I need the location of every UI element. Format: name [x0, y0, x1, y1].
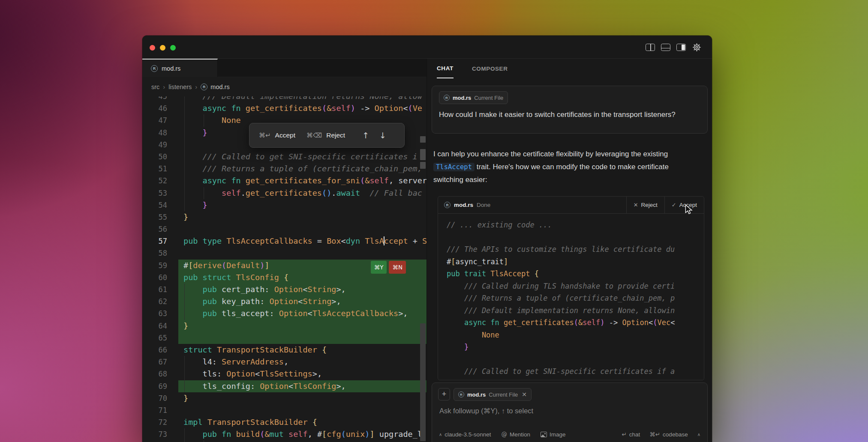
settings-gear-icon[interactable]	[692, 42, 702, 52]
input-context-chip[interactable]: R mod.rs Current File ✕	[454, 388, 532, 401]
chevron-right-icon: ›	[163, 83, 165, 90]
line-number: 71	[142, 404, 167, 416]
maximize-window-button[interactable]	[170, 45, 176, 51]
code-block-filename: mod.rs	[454, 202, 473, 208]
line-number: 53	[142, 187, 167, 199]
rust-file-icon: R	[444, 95, 450, 101]
code-line: async fn get_certificates(&self) -> Opti…	[438, 317, 704, 329]
chevron-up-icon: ∧	[439, 432, 442, 437]
image-button[interactable]: Image	[541, 431, 566, 438]
submit-chat-button[interactable]: ↵ chat	[622, 431, 640, 438]
line-number: 68	[142, 368, 167, 380]
code-line: 51 /// Returns a tuple of (certificate_c…	[142, 163, 426, 175]
x-icon: ✕	[634, 202, 638, 208]
toggle-right-sidebar-icon[interactable]	[676, 44, 686, 51]
add-context-button[interactable]: +	[438, 388, 450, 400]
user-message-card: R mod.rs Current File How could I make i…	[432, 86, 708, 134]
scrollbar-mark	[420, 136, 426, 143]
image-icon	[541, 432, 547, 437]
inline-code-tlsaccept: TlsAccept	[433, 163, 475, 171]
expand-actions-button[interactable]: ∧	[697, 432, 700, 437]
reject-diff-button[interactable]: ✕ Reject	[626, 197, 664, 213]
code-line: 55}	[142, 211, 426, 223]
next-diff-arrow-icon[interactable]: ↓	[379, 131, 386, 140]
chat-input[interactable]: Ask followup (⌘Y), ↑ to select	[439, 407, 533, 415]
model-selector[interactable]: ∧ claude-3.5-sonnet	[439, 431, 491, 438]
line-number: 54	[142, 199, 167, 211]
submit-codebase-button[interactable]: ⌘↵ codebase	[649, 431, 688, 438]
code-line: }	[438, 341, 704, 353]
line-number: 49	[142, 139, 167, 151]
tab-composer[interactable]: COMPOSER	[472, 59, 508, 78]
accept-button[interactable]: Accept	[275, 131, 295, 139]
chat-panel: CHAT COMPOSER R mod.rs Current File How …	[426, 59, 712, 442]
scrollbar-thumb[interactable]	[420, 323, 426, 441]
toggle-panel-icon[interactable]	[661, 44, 670, 51]
code-line: /// Called to get SNI-specific certifica…	[438, 365, 704, 378]
code-block-status: Done	[477, 202, 490, 208]
breadcrumb[interactable]: src › listeners › R mod.rs	[142, 77, 426, 96]
breadcrumb-listeners[interactable]: listeners	[168, 84, 192, 90]
code-editor[interactable]: 45 /// Default implementation returns No…	[142, 96, 426, 442]
rust-file-icon: R	[201, 84, 207, 90]
user-message-text: How could I make it easier to switch cer…	[439, 108, 689, 121]
line-number: 69	[142, 380, 167, 392]
close-window-button[interactable]	[150, 45, 155, 51]
code-line: pub trait TlsAccept {	[438, 268, 704, 280]
tab-mod-rs[interactable]: R mod.rs	[142, 59, 218, 77]
reject-diff-badge[interactable]: ⌘N	[389, 261, 406, 274]
code-line: 53 self.get_certificates().await // Fall…	[142, 187, 426, 199]
remove-context-icon[interactable]: ✕	[522, 391, 527, 398]
code-line: /// The APIs to customize things like ce…	[438, 243, 704, 256]
line-number: 46	[142, 102, 167, 114]
app-window: R mod.rs src › listeners › R mod.rs 45 /…	[142, 36, 712, 442]
breadcrumb-file[interactable]: R mod.rs	[201, 84, 229, 90]
cmd-enter-keys-icon: ⌘↵	[649, 431, 660, 438]
inline-diff-widget: ⌘↵ Accept ⌘⌫ Reject ↑ ↓	[249, 123, 405, 148]
code-line: 45 /// Default implementation returns No…	[142, 96, 426, 102]
rust-file-icon: R	[151, 65, 158, 72]
code-line: 74 TransportStack {	[142, 440, 426, 442]
line-number: 63	[142, 308, 167, 320]
context-chip-current-file[interactable]: R mod.rs Current File	[439, 91, 508, 104]
line-number: 51	[142, 163, 167, 175]
line-number: 58	[142, 247, 167, 259]
code-line: 73 pub fn build(&mut self, #[cfg(unix)] …	[142, 428, 426, 440]
traffic-lights	[150, 45, 176, 51]
scrollbar-mark	[420, 162, 426, 169]
code-line: 54 }	[142, 199, 426, 211]
at-icon: @	[501, 431, 507, 438]
line-number: 64	[142, 320, 167, 332]
tab-label: mod.rs	[162, 65, 180, 72]
mention-button[interactable]: @ Mention	[501, 431, 530, 438]
minimize-window-button[interactable]	[160, 45, 165, 51]
line-number: 74	[142, 440, 167, 442]
rust-file-icon: R	[444, 202, 451, 208]
code-block-content: // ... existing code .../// The APIs to …	[438, 214, 704, 378]
code-line: 68 tls: Option<TlsSettings>,	[142, 368, 426, 380]
cmd-enter-keys: ⌘↵	[259, 131, 271, 139]
line-number: 61	[142, 284, 167, 296]
code-line: /// Returns a tuple of (certificate_chai…	[438, 292, 704, 305]
rust-file-icon: R	[458, 391, 464, 397]
tab-chat[interactable]: CHAT	[437, 59, 454, 78]
enter-key-icon: ↵	[622, 431, 626, 438]
code-line: 69 tls_config: Option<TlsConfig>,	[142, 380, 426, 392]
code-block-header: R mod.rs Done ✕ Reject ✓ Accept	[438, 197, 704, 214]
line-number: 57	[142, 235, 167, 247]
prev-diff-arrow-icon[interactable]: ↑	[362, 131, 369, 140]
code-line: 67 l4: ServerAddress,	[142, 356, 426, 368]
scrollbar-mark	[420, 149, 426, 160]
toggle-split-editor-icon[interactable]	[646, 44, 655, 51]
breadcrumb-src[interactable]: src	[151, 84, 159, 90]
chevron-right-icon: ›	[195, 83, 197, 90]
editor-tabstrip: R mod.rs	[142, 59, 426, 77]
code-line: None	[438, 329, 704, 341]
line-number: 50	[142, 151, 167, 163]
line-number: 70	[142, 392, 167, 404]
code-line: /// Default implementation returns None,…	[438, 305, 704, 317]
reject-button[interactable]: Reject	[326, 131, 345, 139]
code-line: 46 async fn get_certificates(&self) -> O…	[142, 102, 426, 114]
code-line: 65	[142, 332, 426, 344]
accept-diff-badge[interactable]: ⌘Y	[371, 261, 387, 274]
